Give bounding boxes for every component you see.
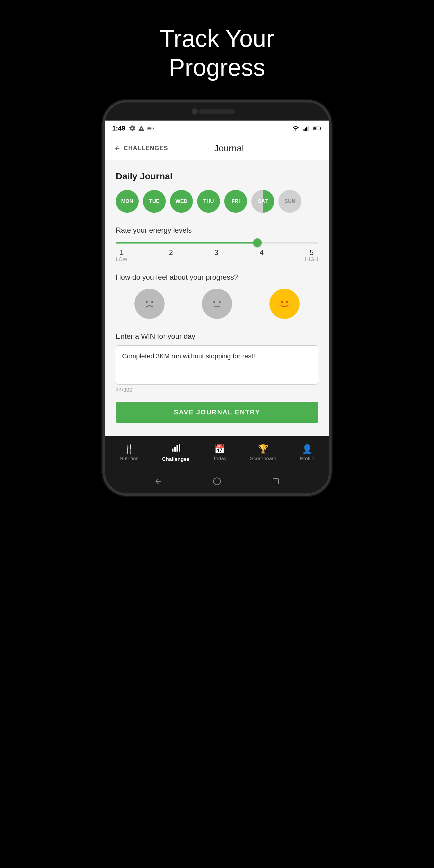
svg-rect-3 xyxy=(304,129,305,131)
svg-point-10 xyxy=(141,296,158,312)
scale-2: 2 xyxy=(169,248,173,262)
sad-icon xyxy=(141,295,158,313)
daily-journal-title: Daily Journal xyxy=(116,171,318,181)
scale-3: 3 xyxy=(214,248,218,262)
svg-point-15 xyxy=(219,301,221,303)
slider-track xyxy=(116,242,318,244)
status-bar: 1:49 xyxy=(105,121,329,136)
svg-rect-6 xyxy=(308,126,309,131)
today-icon: 📅 xyxy=(214,444,225,454)
nav-challenges[interactable]: Challenges xyxy=(162,443,190,462)
svg-point-19 xyxy=(286,301,288,303)
scale-4: 4 xyxy=(260,248,264,262)
svg-rect-1 xyxy=(153,128,154,129)
day-thu[interactable]: THU xyxy=(197,190,220,213)
win-textarea[interactable]: Completed 3KM run without stopping for r… xyxy=(116,345,318,384)
challenges-icon xyxy=(171,443,180,455)
nav-nutrition[interactable]: 🍴 Nutrition xyxy=(120,444,138,462)
content: Daily Journal MON TUE WED THU FRI SAT SU… xyxy=(105,160,329,436)
status-left: 1:49 xyxy=(112,124,154,132)
android-nav-bar xyxy=(105,469,329,493)
slider-fill xyxy=(116,242,257,244)
android-back-button[interactable] xyxy=(152,475,164,487)
mood-happy[interactable] xyxy=(270,289,300,319)
neutral-icon xyxy=(208,295,226,313)
back-arrow-icon xyxy=(114,145,121,152)
top-nav: CHALLENGES Journal xyxy=(105,136,329,160)
svg-rect-8 xyxy=(320,128,321,129)
wifi-icon xyxy=(292,125,300,132)
nav-challenges-label: Challenges xyxy=(162,456,190,462)
phone-screen: 1:49 xyxy=(105,121,329,493)
nav-nutrition-label: Nutrition xyxy=(120,456,138,462)
svg-point-14 xyxy=(213,301,215,303)
svg-point-20 xyxy=(278,305,281,307)
back-link[interactable]: CHALLENGES xyxy=(114,145,168,152)
nav-today[interactable]: 📅 Today xyxy=(213,444,226,462)
nav-title: Journal xyxy=(168,143,290,153)
svg-point-12 xyxy=(151,301,153,303)
svg-point-21 xyxy=(288,305,291,307)
day-sat[interactable]: SAT xyxy=(251,190,274,213)
happy-icon xyxy=(276,295,293,313)
nav-profile-label: Profile xyxy=(300,456,314,462)
status-time: 1:49 xyxy=(112,124,125,132)
energy-label: Rate your energy levels xyxy=(116,226,318,235)
svg-point-13 xyxy=(209,296,225,312)
win-label: Enter a WIN for your day xyxy=(116,332,318,341)
scale-1: 1 LOW xyxy=(116,248,127,262)
day-tue[interactable]: TUE xyxy=(143,190,166,213)
svg-rect-4 xyxy=(305,128,306,131)
svg-rect-23 xyxy=(174,447,176,452)
svg-rect-2 xyxy=(147,127,151,129)
day-sun[interactable]: SUN xyxy=(278,190,301,213)
gear-icon xyxy=(129,125,135,132)
android-recent-button[interactable] xyxy=(270,475,282,487)
nav-scoreboard[interactable]: 🏆 Scoreboard xyxy=(250,444,276,462)
char-count: 44/300 xyxy=(116,387,318,393)
battery-icon xyxy=(147,126,154,131)
scoreboard-icon: 🏆 xyxy=(258,444,269,454)
save-journal-button[interactable]: SAVE JOURNAL ENTRY xyxy=(116,402,318,423)
scale-5: 5 HIGH xyxy=(305,248,318,262)
svg-rect-22 xyxy=(172,448,174,452)
nav-profile[interactable]: 👤 Profile xyxy=(300,444,314,462)
day-wed[interactable]: WED xyxy=(170,190,193,213)
nav-today-label: Today xyxy=(213,456,226,462)
signal-icon xyxy=(303,125,310,132)
warning-icon xyxy=(138,125,145,132)
nav-scoreboard-label: Scoreboard xyxy=(250,456,276,462)
phone-camera xyxy=(192,108,198,115)
profile-icon: 👤 xyxy=(302,444,313,454)
svg-rect-24 xyxy=(177,445,178,452)
emoji-row xyxy=(116,289,318,319)
svg-rect-25 xyxy=(179,444,180,452)
svg-rect-27 xyxy=(273,478,278,484)
svg-point-17 xyxy=(276,296,293,312)
svg-point-26 xyxy=(213,478,220,485)
phone-top-bar xyxy=(105,102,329,121)
svg-rect-9 xyxy=(314,127,316,130)
back-label: CHALLENGES xyxy=(124,145,168,152)
progress-label: How do you feel about your progress? xyxy=(116,273,318,281)
svg-point-11 xyxy=(146,301,148,303)
day-mon[interactable]: MON xyxy=(116,190,138,213)
slider-thumb[interactable] xyxy=(253,239,261,247)
android-home-button[interactable] xyxy=(211,475,223,487)
mood-neutral[interactable] xyxy=(202,289,232,319)
phone-speaker xyxy=(199,110,235,114)
headline: Track Your Progress xyxy=(160,24,274,82)
nutrition-icon: 🍴 xyxy=(124,444,134,454)
page-wrapper: Track Your Progress 1:49 xyxy=(0,0,434,868)
phone-shell: 1:49 xyxy=(102,100,332,496)
svg-point-18 xyxy=(281,301,283,303)
mood-sad[interactable] xyxy=(134,289,164,319)
status-icons xyxy=(129,125,154,132)
scale-row: 1 LOW 2 3 4 5 HIGH xyxy=(116,248,318,262)
bottom-nav: 🍴 Nutrition Challenges 📅 xyxy=(105,436,329,469)
status-right xyxy=(292,125,322,132)
slider-container[interactable] xyxy=(116,242,318,244)
day-fri[interactable]: FRI xyxy=(224,190,247,213)
battery-status-icon xyxy=(313,126,322,131)
day-row: MON TUE WED THU FRI SAT SUN xyxy=(116,190,318,213)
